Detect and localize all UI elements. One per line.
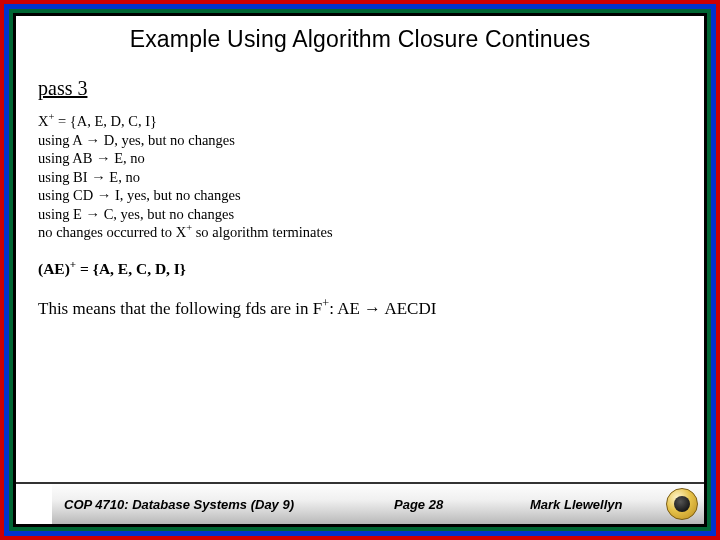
text: no changes occurred to X [38, 224, 186, 240]
footer-course: COP 4710: Database Systems (Day 9) [64, 497, 294, 512]
conclusion-text: This means that the following fds are in… [38, 298, 682, 321]
pass-heading: pass 3 [38, 77, 682, 100]
trace-line: using E → C, yes, but no changes [38, 205, 682, 224]
slide-footer: COP 4710: Database Systems (Day 9) Page … [16, 482, 704, 524]
algorithm-trace: X+ = {A, E, D, C, I} using A → D, yes, b… [38, 112, 682, 242]
slide-title: Example Using Algorithm Closure Continue… [38, 26, 682, 53]
trace-line: no changes occurred to X+ so algorithm t… [38, 223, 682, 242]
text: X [38, 113, 48, 129]
trace-line: using A → D, yes, but no changes [38, 131, 682, 150]
trace-line: X+ = {A, E, D, C, I} [38, 112, 682, 131]
text: This means that the following fds are in… [38, 299, 322, 318]
footer-author: Mark Llewellyn [530, 497, 622, 512]
slide-frame-green: Example Using Algorithm Closure Continue… [9, 9, 711, 531]
footer-page: Page 28 [394, 497, 443, 512]
text: = {A, E, D, C, I} [54, 113, 157, 129]
text: : AE → AECDI [329, 299, 436, 318]
trace-line: using AB → E, no [38, 149, 682, 168]
slide-body: Example Using Algorithm Closure Continue… [13, 13, 707, 527]
text: (AE) [38, 260, 70, 277]
slide-frame-blue: Example Using Algorithm Closure Continue… [4, 4, 716, 536]
trace-line: using BI → E, no [38, 168, 682, 187]
text: so algorithm terminates [192, 224, 333, 240]
slide-content: Example Using Algorithm Closure Continue… [16, 16, 704, 482]
closure-result: (AE)+ = {A, E, C, D, I} [38, 260, 682, 278]
ucf-logo-icon [666, 488, 698, 520]
text: = {A, E, C, D, I} [76, 260, 186, 277]
trace-line: using CD → I, yes, but no changes [38, 186, 682, 205]
slide-frame-outer: Example Using Algorithm Closure Continue… [0, 0, 720, 540]
footer-gap [16, 484, 52, 524]
